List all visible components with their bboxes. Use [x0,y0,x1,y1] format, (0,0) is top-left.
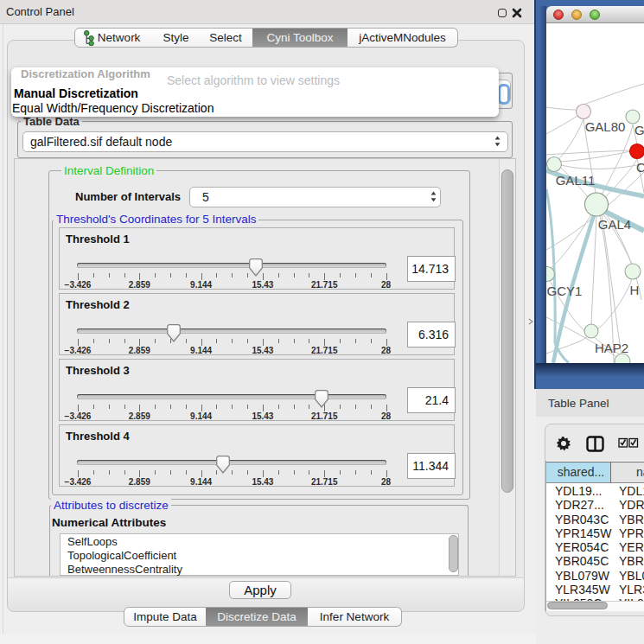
svg-text:GAL80: GAL80 [585,119,626,134]
svg-text:HAP2: HAP2 [595,341,628,355]
svg-text:GA: GA [634,123,644,137]
svg-text:C: C [636,160,644,175]
svg-text:H: H [630,283,640,297]
svg-text:GCY1: GCY1 [547,284,583,298]
svg-text:GAL11: GAL11 [556,173,596,188]
svg-text:GAL4: GAL4 [598,217,631,232]
